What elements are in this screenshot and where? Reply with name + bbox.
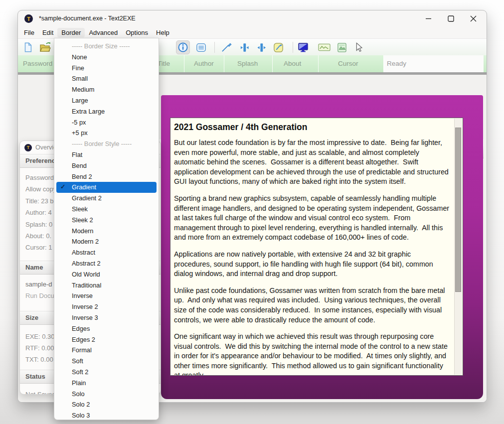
menu-item-sleek-2[interactable]: Sleek 2 bbox=[54, 215, 159, 226]
tab-separator bbox=[383, 55, 384, 72]
tab-separator bbox=[318, 55, 319, 72]
tab-separator bbox=[272, 55, 273, 72]
menu-item-plus-5px[interactable]: +5 px bbox=[54, 128, 159, 139]
menu-item-plain[interactable]: Plain bbox=[54, 378, 159, 389]
tab-cursor[interactable]: Cursor bbox=[338, 55, 358, 72]
menu-file[interactable]: File bbox=[20, 28, 38, 37]
app-logo-icon: T bbox=[24, 14, 33, 23]
toolbar-separator bbox=[214, 42, 215, 53]
new-document-button[interactable] bbox=[21, 41, 34, 54]
scrollbar-thumb[interactable] bbox=[455, 128, 461, 292]
menu-bar: File Edit Border Advanced Options Help bbox=[18, 26, 487, 38]
menu-item-large[interactable]: Large bbox=[54, 95, 159, 106]
text-view-button[interactable] bbox=[194, 41, 207, 54]
menu-item-inverse[interactable]: Inverse bbox=[54, 290, 159, 301]
menu-item-edges-2[interactable]: Edges 2 bbox=[54, 334, 159, 345]
document-paragraph: Applications are now natively portable, … bbox=[174, 250, 450, 279]
tab-title[interactable]: Title bbox=[158, 55, 170, 72]
maximize-button[interactable] bbox=[440, 11, 462, 26]
document-preview: 2021 Gossamer / 4th Generation But our l… bbox=[170, 118, 463, 376]
info-icon bbox=[177, 42, 188, 53]
draw-line-icon bbox=[221, 42, 232, 53]
menu-section-border-size: ----- Border Size ----- bbox=[54, 41, 159, 52]
edit-note-button[interactable] bbox=[272, 41, 285, 54]
menu-item-traditional[interactable]: Traditional bbox=[54, 280, 159, 291]
menu-item-soft[interactable]: Soft bbox=[54, 356, 159, 367]
bar-arrows-in-icon bbox=[239, 42, 250, 53]
new-document-icon bbox=[22, 42, 33, 53]
menu-item-old-world[interactable]: Old World bbox=[54, 269, 159, 280]
menu-edit[interactable]: Edit bbox=[38, 28, 57, 37]
info-button[interactable] bbox=[176, 40, 190, 54]
menu-item-formal[interactable]: Formal bbox=[54, 345, 159, 356]
menu-item-inverse-2[interactable]: Inverse 2 bbox=[54, 301, 159, 312]
menu-item-bend[interactable]: Bend bbox=[54, 160, 159, 171]
document-paragraph: Unlike past code foundations, Gossamer w… bbox=[174, 286, 450, 325]
menu-item-none[interactable]: None bbox=[54, 52, 159, 63]
status-ready: Ready bbox=[387, 55, 406, 72]
image-box-icon bbox=[336, 42, 347, 53]
maximize-icon bbox=[448, 15, 454, 22]
minimize-icon bbox=[425, 15, 432, 22]
scrollbar-track[interactable] bbox=[454, 119, 462, 375]
border-dropdown-menu: ----- Border Size ----- None Fine Small … bbox=[54, 38, 159, 420]
menu-options[interactable]: Options bbox=[122, 28, 152, 37]
minimize-button[interactable] bbox=[417, 11, 439, 26]
display-button[interactable] bbox=[297, 41, 310, 54]
menu-advanced[interactable]: Advanced bbox=[85, 28, 122, 37]
pointer-icon bbox=[353, 42, 364, 53]
tab-splash[interactable]: Splash bbox=[237, 55, 258, 72]
menu-item-small[interactable]: Small bbox=[54, 73, 159, 84]
image-wide-button[interactable] bbox=[318, 41, 331, 54]
menu-item-medium[interactable]: Medium bbox=[54, 84, 159, 95]
menu-item-solo-2[interactable]: Solo 2 bbox=[54, 399, 159, 410]
menu-help[interactable]: Help bbox=[152, 28, 173, 37]
menu-item-flat[interactable]: Flat bbox=[54, 149, 159, 160]
menu-item-gradient-2[interactable]: Gradient 2 bbox=[54, 193, 159, 204]
screen: T *sample-document.exe - Text2EXE File E… bbox=[0, 0, 504, 424]
overview-logo-icon: T bbox=[24, 144, 32, 151]
menu-item-edges[interactable]: Edges bbox=[54, 323, 159, 334]
menu-item-soft-2[interactable]: Soft 2 bbox=[54, 367, 159, 378]
menu-section-border-style: ----- Border Style ----- bbox=[54, 139, 159, 149]
tab-separator bbox=[224, 55, 224, 72]
menu-item-extra-large[interactable]: Extra Large bbox=[54, 106, 159, 117]
menu-item-minus-5px[interactable]: -5 px bbox=[54, 117, 159, 128]
open-folder-icon bbox=[39, 41, 51, 53]
tab-author[interactable]: Author bbox=[194, 55, 214, 72]
menu-item-inverse-3[interactable]: Inverse 3 bbox=[54, 312, 159, 323]
open-file-button[interactable] bbox=[39, 41, 52, 54]
menu-item-solo-3[interactable]: Solo 3 bbox=[54, 410, 159, 421]
menu-item-abstract[interactable]: Abstract bbox=[54, 247, 159, 258]
menu-item-modern[interactable]: Modern bbox=[54, 226, 159, 237]
document-paragraph: Sporting a brand new graphics subsystem,… bbox=[174, 194, 450, 243]
text-view-icon bbox=[195, 42, 207, 53]
document-paragraph: One significant way in which we achieved… bbox=[174, 332, 450, 375]
bar-arrows-out-icon bbox=[256, 42, 267, 53]
close-icon bbox=[470, 15, 477, 22]
align-bar-in-button[interactable] bbox=[238, 41, 251, 54]
tab-password[interactable]: Password bbox=[23, 55, 52, 72]
image-wide-icon bbox=[318, 42, 331, 52]
document-title: 2021 Gossamer / 4th Generation bbox=[174, 122, 450, 133]
edit-note-icon bbox=[273, 42, 284, 53]
checkmark-icon: ✓ bbox=[60, 182, 65, 193]
menu-item-abstract-2[interactable]: Abstract 2 bbox=[54, 258, 159, 269]
title-bar[interactable]: T *sample-document.exe - Text2EXE bbox=[18, 10, 487, 26]
draw-line-button[interactable] bbox=[220, 41, 233, 54]
menu-item-gradient-label: Gradient bbox=[72, 183, 96, 191]
image-box-button[interactable] bbox=[335, 41, 348, 54]
preview-panel: 2021 Gossamer / 4th Generation But our l… bbox=[161, 95, 483, 399]
menu-item-sleek[interactable]: Sleek bbox=[54, 204, 159, 215]
menu-item-gradient[interactable]: ✓ Gradient bbox=[56, 182, 157, 193]
display-icon bbox=[297, 41, 309, 53]
close-button[interactable] bbox=[462, 11, 484, 26]
menu-border[interactable]: Border bbox=[57, 28, 85, 37]
pointer-button[interactable] bbox=[352, 41, 365, 54]
menu-item-bend-2[interactable]: Bend 2 bbox=[54, 171, 159, 182]
menu-item-modern-2[interactable]: Modern 2 bbox=[54, 236, 159, 247]
menu-item-solo[interactable]: Solo bbox=[54, 389, 159, 400]
menu-item-fine[interactable]: Fine bbox=[54, 63, 159, 74]
align-bar-out-button[interactable] bbox=[255, 41, 268, 54]
tab-about[interactable]: About bbox=[284, 55, 301, 72]
